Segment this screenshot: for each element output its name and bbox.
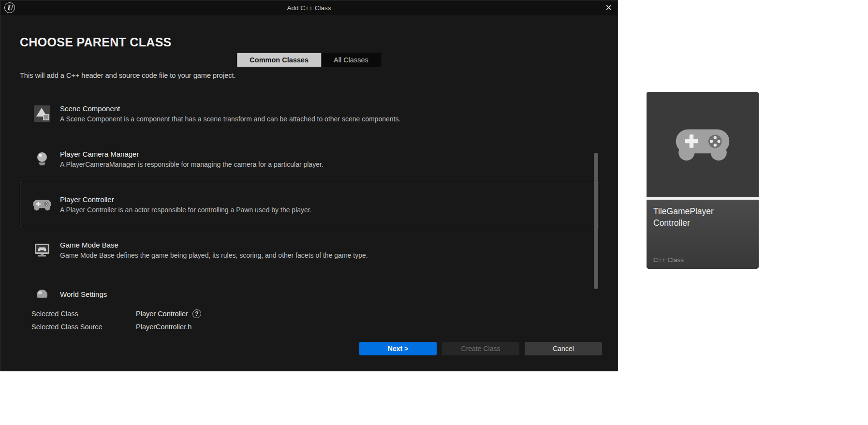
class-description: A PlayerCameraManager is responsible for… (60, 161, 324, 168)
class-description: A Player Controller is an actor responsi… (60, 206, 312, 214)
asset-card-text: TileGamePlayer Controller C++ Class (647, 200, 759, 269)
camera-manager-icon (31, 150, 53, 168)
page-title: CHOOSE PARENT CLASS (20, 35, 172, 49)
class-item-world-settings[interactable]: World Settings (20, 273, 599, 298)
screen: { "window": { "title": "Add C++ Class", … (0, 0, 868, 425)
gamepad-icon (674, 125, 731, 164)
create-class-button[interactable]: Create Class (442, 342, 519, 355)
dialog-title: Add C++ Class (287, 4, 331, 12)
dialog-description: This will add a C++ header and source co… (20, 72, 236, 79)
game-mode-icon (31, 241, 53, 259)
asset-type-label: C++ Class (653, 256, 684, 264)
class-item-player-camera-manager[interactable]: Player Camera Manager A PlayerCameraMana… (20, 136, 599, 182)
class-name: World Settings (60, 290, 107, 298)
asset-name: TileGamePlayer Controller (653, 206, 752, 229)
scrollbar[interactable] (593, 91, 598, 298)
world-settings-icon (31, 287, 53, 298)
class-item-scene-component[interactable]: Scene Component A Scene Component is a c… (20, 91, 599, 136)
class-item-texts: Game Mode Base Game Mode Base defines th… (60, 241, 368, 259)
parent-class-list[interactable]: Scene Component A Scene Component is a c… (20, 91, 599, 298)
class-item-texts: Player Camera Manager A PlayerCameraMana… (60, 150, 324, 168)
cancel-button[interactable]: Cancel (525, 342, 602, 355)
help-icon[interactable]: ? (192, 309, 201, 318)
asset-name-line: Controller (653, 218, 752, 229)
selection-summary: Selected Class Player Controller ? Selec… (31, 307, 201, 333)
tab-all-classes[interactable]: All Classes (321, 53, 381, 67)
class-item-texts: Scene Component A Scene Component is a c… (60, 104, 400, 123)
selected-class-value: Player Controller (136, 310, 188, 318)
class-name: Player Camera Manager (60, 150, 324, 158)
gamepad-icon (31, 198, 53, 211)
asset-card[interactable]: TileGamePlayer Controller C++ Class (647, 92, 759, 269)
add-cpp-class-dialog: U Add C++ Class × CHOOSE PARENT CLASS Co… (0, 0, 618, 371)
selected-class-value-wrap: Player Controller ? (136, 309, 201, 318)
class-name: Game Mode Base (60, 241, 368, 249)
selected-class-label: Selected Class (31, 310, 136, 318)
scrollbar-thumb[interactable] (594, 153, 598, 289)
class-item-texts: Player Controller A Player Controller is… (60, 195, 312, 214)
class-description: A Scene Component is a component that ha… (60, 115, 400, 123)
asset-card-icon-area (647, 92, 759, 197)
selected-class-source-link[interactable]: PlayerController.h (136, 323, 191, 331)
next-button[interactable]: Next > (359, 342, 437, 355)
title-bar: U Add C++ Class × (0, 0, 618, 15)
close-icon[interactable]: × (605, 0, 612, 15)
unreal-logo-icon: U (4, 2, 15, 13)
asset-name-line: TileGamePlayer (653, 206, 752, 218)
class-description: Game Mode Base defines the game being pl… (60, 251, 368, 259)
class-item-player-controller[interactable]: Player Controller A Player Controller is… (20, 182, 599, 227)
class-item-game-mode-base[interactable]: Game Mode Base Game Mode Base defines th… (20, 227, 599, 273)
scene-component-icon (31, 105, 53, 122)
class-tabs: Common Classes All Classes (236, 53, 381, 67)
dialog-buttons: Next > Create Class Cancel (359, 342, 602, 355)
class-name: Player Controller (60, 195, 312, 204)
selected-class-source-label: Selected Class Source (31, 323, 136, 331)
class-item-texts: World Settings (60, 290, 107, 298)
selected-class-source-row: Selected Class Source PlayerController.h (31, 320, 201, 333)
class-name: Scene Component (60, 104, 400, 113)
selected-class-row: Selected Class Player Controller ? (31, 307, 201, 320)
tab-common-classes[interactable]: Common Classes (237, 53, 321, 67)
unreal-logo-letter: U (7, 5, 12, 11)
